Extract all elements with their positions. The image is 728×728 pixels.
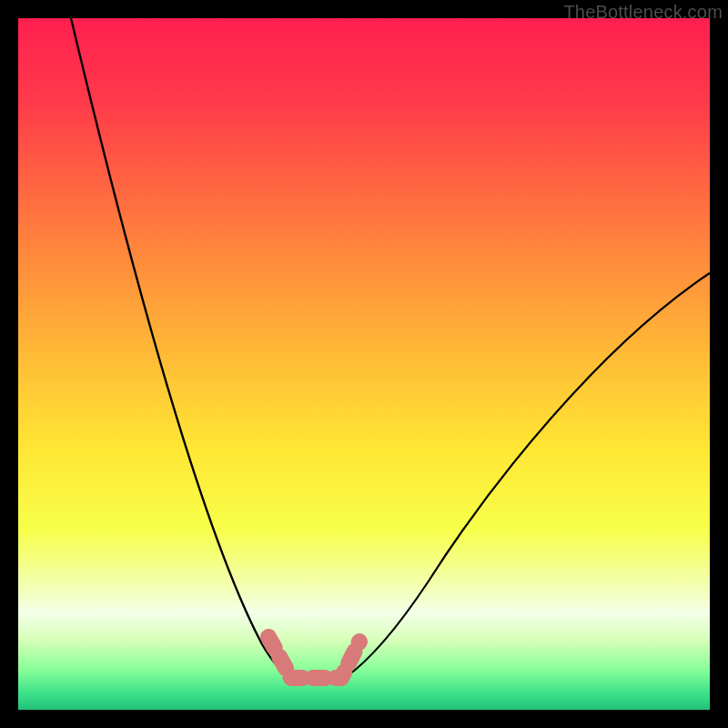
series-left-curve — [71, 18, 289, 677]
series-marker-band — [268, 637, 359, 678]
chart-curves-layer — [18, 18, 710, 710]
series-group — [71, 18, 710, 678]
series-right-curve — [346, 273, 710, 677]
